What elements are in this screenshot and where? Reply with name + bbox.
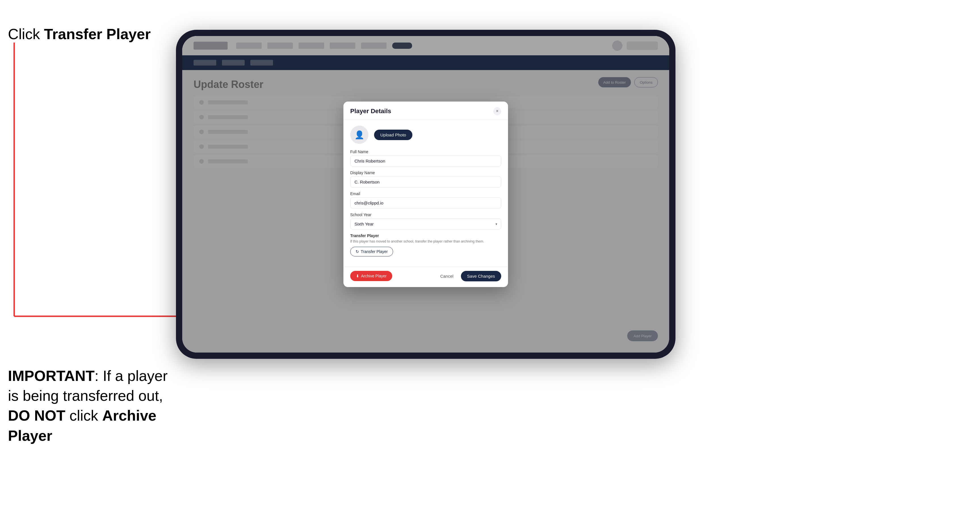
- instruction-top: Click Transfer Player: [8, 25, 151, 43]
- archive-btn-label: Archive Player: [361, 274, 387, 278]
- display-name-group: Display Name: [350, 170, 501, 187]
- instruction-prefix: Click: [8, 26, 44, 42]
- tablet-device: Update Roster Add: [176, 30, 676, 359]
- email-label: Email: [350, 192, 501, 196]
- cancel-button[interactable]: Cancel: [436, 271, 458, 281]
- photo-placeholder: 👤: [350, 125, 368, 144]
- school-year-label: School Year: [350, 213, 501, 217]
- display-name-input[interactable]: [350, 176, 501, 187]
- school-year-select[interactable]: First Year Second Year Third Year Fourth…: [350, 218, 501, 229]
- instruction-bottom: IMPORTANT: If a player is being transfer…: [8, 366, 173, 446]
- archive-player-button[interactable]: ⬇ Archive Player: [350, 271, 392, 281]
- photo-upload-row: 👤 Upload Photo: [350, 125, 501, 144]
- transfer-section-title: Transfer Player: [350, 233, 501, 238]
- transfer-icon: ↻: [356, 249, 359, 254]
- modal-close-button[interactable]: ×: [493, 107, 501, 115]
- transfer-player-section: Transfer Player If this player has moved…: [350, 233, 501, 256]
- arrow-diagram: [0, 0, 199, 425]
- full-name-group: Full Name: [350, 149, 501, 167]
- email-group: Email: [350, 192, 501, 208]
- modal-title: Player Details: [350, 108, 391, 115]
- upload-photo-button[interactable]: Upload Photo: [374, 130, 412, 140]
- school-year-select-wrapper: First Year Second Year Third Year Fourth…: [350, 218, 501, 229]
- instruction-bold: Transfer Player: [44, 26, 151, 42]
- display-name-label: Display Name: [350, 170, 501, 175]
- full-name-input[interactable]: [350, 156, 501, 167]
- full-name-label: Full Name: [350, 149, 501, 154]
- email-input[interactable]: [350, 197, 501, 208]
- footer-right-buttons: Cancel Save Changes: [436, 271, 501, 281]
- tablet-screen: Update Roster Add: [182, 36, 669, 352]
- transfer-btn-label: Transfer Player: [361, 249, 388, 254]
- modal-footer: ⬇ Archive Player Cancel Save Changes: [344, 267, 508, 287]
- school-year-group: School Year First Year Second Year Third…: [350, 213, 501, 229]
- important-label: IMPORTANT: [8, 368, 94, 384]
- transfer-section-description: If this player has moved to another scho…: [350, 239, 501, 244]
- modal-body: 👤 Upload Photo Full Name Display Name Em…: [344, 120, 508, 267]
- save-changes-button[interactable]: Save Changes: [461, 271, 501, 281]
- archive-icon: ⬇: [356, 274, 359, 278]
- player-details-modal: Player Details × 👤 Upload Photo Full Nam…: [344, 102, 508, 287]
- modal-header: Player Details ×: [344, 102, 508, 120]
- transfer-player-button[interactable]: ↻ Transfer Player: [350, 247, 393, 256]
- person-icon: 👤: [355, 130, 364, 140]
- do-not-label: DO NOT click Archive Player: [8, 407, 156, 444]
